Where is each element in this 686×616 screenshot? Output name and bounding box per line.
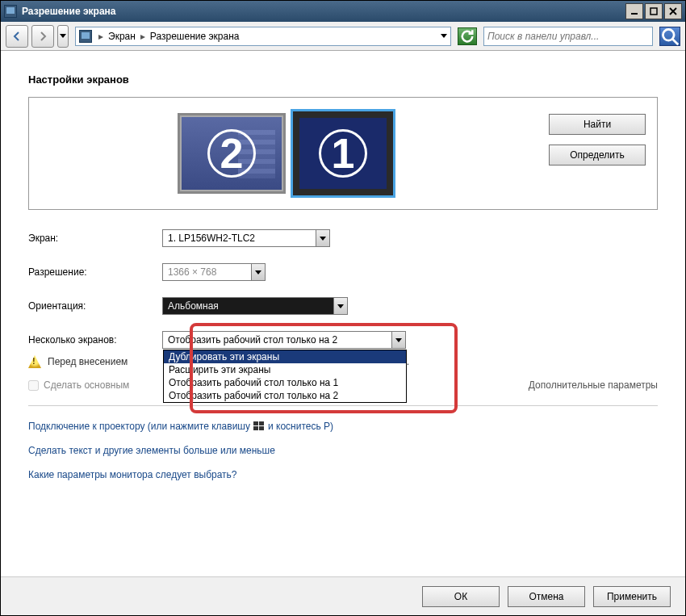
resolution-value: 1366 × 768 xyxy=(163,266,251,278)
multiple-displays-dropdown: Дублировать эти экраны Расширить эти экр… xyxy=(163,350,407,403)
address-dropdown-icon[interactable] xyxy=(441,34,447,38)
search-input[interactable] xyxy=(487,31,649,42)
chevron-down-icon xyxy=(391,332,405,348)
multiple-displays-value: Отобразить рабочий стол только на 2 xyxy=(163,334,391,346)
monitor-1-number: 1 xyxy=(319,129,367,178)
ok-button[interactable]: ОК xyxy=(422,586,500,607)
chevron-down-icon xyxy=(251,264,265,280)
svg-rect-3 xyxy=(253,421,258,425)
screen-combo[interactable]: 1. LP156WH2-TLC2 xyxy=(162,229,330,247)
detect-button[interactable]: Определить xyxy=(549,145,646,166)
multiple-displays-combo[interactable]: Отобразить рабочий стол только на 2 Дубл… xyxy=(162,331,406,349)
content-area: Настройки экранов 2 1 Найти Определить Э… xyxy=(1,51,685,576)
svg-point-2 xyxy=(663,29,674,40)
multiple-displays-label: Несколько экранов: xyxy=(28,334,162,346)
warning-text-prefix: Перед внесением xyxy=(48,356,128,367)
minimize-button[interactable] xyxy=(625,3,643,19)
dropdown-option[interactable]: Дублировать эти экраны xyxy=(164,350,406,363)
find-button[interactable]: Найти xyxy=(549,114,646,135)
back-button[interactable] xyxy=(6,25,28,48)
make-main-checkbox xyxy=(28,380,39,391)
chevron-down-icon xyxy=(333,298,347,314)
projector-link-text-a: Подключение к проектору (или нажмите кла… xyxy=(28,421,250,432)
titlebar: Разрешение экрана xyxy=(1,1,685,22)
make-main-label: Сделать основным xyxy=(44,379,129,391)
page-heading: Настройки экранов xyxy=(28,73,658,86)
advanced-parameters-link[interactable]: Дополнительные параметры xyxy=(529,379,658,391)
monitor-1[interactable]: 1 xyxy=(291,109,395,198)
breadcrumb-1[interactable]: Экран xyxy=(108,31,136,42)
search-button[interactable] xyxy=(659,27,680,46)
close-button[interactable] xyxy=(664,3,682,19)
forward-button[interactable] xyxy=(31,25,54,48)
monitor-2-number: 2 xyxy=(207,129,256,178)
breadcrumb-sep: ▸ xyxy=(97,31,105,42)
dropdown-option[interactable]: Отобразить рабочий стол только на 2 xyxy=(164,389,406,402)
resolution-combo[interactable]: 1366 × 768 xyxy=(162,263,266,281)
chevron-down-icon xyxy=(316,230,329,246)
svg-rect-4 xyxy=(259,421,264,425)
projector-link-text-b: и коснитесь P) xyxy=(268,421,333,432)
nav-history-dropdown[interactable] xyxy=(57,25,69,48)
refresh-button[interactable] xyxy=(458,27,477,45)
app-icon xyxy=(4,5,17,18)
orientation-combo[interactable]: Альбомная xyxy=(162,297,348,315)
dropdown-option[interactable]: Расширить эти экраны xyxy=(164,363,406,376)
apply-button[interactable]: Применить xyxy=(593,586,671,607)
orientation-value: Альбомная xyxy=(163,300,333,312)
location-icon xyxy=(79,30,92,43)
dropdown-option[interactable]: Отобразить рабочий стол только на 1 xyxy=(164,376,406,389)
monitor-2[interactable]: 2 xyxy=(178,113,286,194)
maximize-button[interactable] xyxy=(645,3,663,19)
screen-label: Экран: xyxy=(28,233,162,244)
cancel-button[interactable]: Отмена xyxy=(508,586,585,607)
orientation-label: Ориентация: xyxy=(28,300,162,312)
svg-rect-1 xyxy=(650,8,657,15)
window-title: Разрешение экрана xyxy=(22,6,625,17)
screen-value: 1. LP156WH2-TLC2 xyxy=(163,233,316,244)
breadcrumb-sep: ▸ xyxy=(139,31,147,42)
windows-key-icon xyxy=(253,421,265,431)
warning-icon xyxy=(28,355,41,368)
monitor-params-link[interactable]: Какие параметры монитора следует выбрать… xyxy=(28,469,658,480)
projector-link[interactable]: Подключение к проектору (или нажмите кла… xyxy=(28,421,658,432)
svg-rect-0 xyxy=(631,13,638,15)
nav-toolbar: ▸ Экран ▸ Разрешение экрана xyxy=(1,22,685,51)
address-bar[interactable]: ▸ Экран ▸ Разрешение экрана xyxy=(75,27,451,46)
svg-rect-5 xyxy=(253,426,258,430)
breadcrumb-2[interactable]: Разрешение экрана xyxy=(150,31,240,42)
svg-rect-6 xyxy=(259,426,264,430)
monitors-area[interactable]: 2 1 xyxy=(40,109,533,198)
search-box[interactable] xyxy=(483,27,653,46)
resolution-label: Разрешение: xyxy=(28,266,162,278)
dialog-footer: ОК Отмена Применить xyxy=(1,576,685,615)
separator xyxy=(28,405,658,406)
monitors-preview-frame: 2 1 Найти Определить xyxy=(28,97,658,210)
text-size-link[interactable]: Сделать текст и другие элементы больше и… xyxy=(28,445,658,456)
